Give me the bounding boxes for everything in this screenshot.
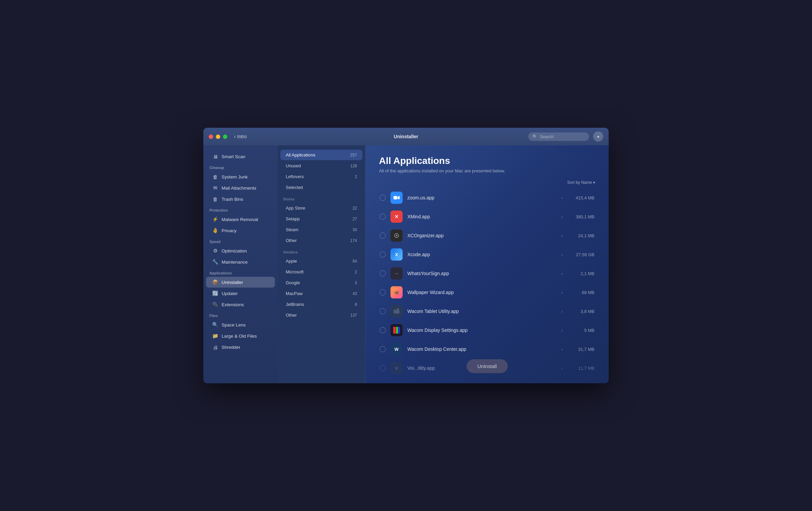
filter-google[interactable]: Google 3 — [280, 277, 362, 288]
svg-rect-15 — [394, 310, 399, 313]
app-row[interactable]: → WhatsYourSign.app › 2,1 MB — [376, 264, 599, 283]
app-checkbox[interactable] — [380, 270, 386, 276]
sidebar-item-privacy[interactable]: 🤚 Privacy — [206, 225, 275, 236]
svg-point-7 — [396, 235, 397, 236]
filter-steam[interactable]: Steam 34 — [280, 224, 362, 235]
filter-count: 64 — [353, 259, 357, 264]
titlebar-nav: ‹ Intro — [234, 133, 247, 140]
app-checkbox[interactable] — [380, 327, 386, 333]
app-size: 415,4 MB — [567, 195, 594, 200]
sidebar-item-system-junk[interactable]: 🗑 System Junk — [206, 171, 275, 182]
app-checkbox[interactable] — [380, 365, 386, 371]
app-icon — [390, 229, 403, 242]
sidebar-item-trash-bins[interactable]: 🗑 Trash Bins — [206, 194, 275, 204]
avatar-button[interactable]: ● — [593, 131, 603, 142]
filter-leftovers[interactable]: Leftovers 2 — [280, 171, 362, 182]
filter-macpaw[interactable]: MacPaw 43 — [280, 288, 362, 299]
sidebar-item-uninstaller[interactable]: 📦 Uninstaller — [206, 277, 275, 288]
app-row[interactable]: zoom.us.app › 415,4 MB — [376, 188, 599, 207]
app-checkbox[interactable] — [380, 251, 386, 258]
back-button[interactable]: ‹ Intro — [234, 133, 247, 140]
app-row[interactable]: ✕ XMind.app › 380,1 MB — [376, 207, 599, 226]
app-name: zoom.us.app — [407, 195, 557, 200]
app-checkbox[interactable] — [380, 289, 386, 295]
uninstaller-icon: 📦 — [212, 279, 218, 285]
sidebar-item-space-lens[interactable]: 🔍 Space Lens — [206, 319, 275, 330]
sidebar-section-cleanup: Cleanup — [203, 162, 278, 171]
filter-selected[interactable]: Selected — [280, 182, 362, 193]
sidebar-item-shredder[interactable]: 🖨 Shredder — [206, 342, 275, 352]
sidebar-item-mail-attachments[interactable]: ✉ Mail Attachments — [206, 182, 275, 193]
search-bar[interactable]: 🔍 — [528, 132, 589, 141]
main-content: 🖥 Smart Scan Cleanup 🗑 System Junk ✉ Mai… — [203, 145, 609, 383]
app-icon: → — [390, 267, 403, 279]
sidebar-section-applications: Applications — [203, 268, 278, 276]
app-row[interactable]: X Xcode.app › 27,59 GB — [376, 245, 599, 264]
sidebar-item-label: Optimization — [222, 248, 247, 253]
app-size: 68 MB — [567, 290, 594, 295]
sidebar-item-smart-scan[interactable]: 🖥 Smart Scan — [206, 151, 275, 162]
app-checkbox[interactable] — [380, 214, 386, 220]
sidebar-item-malware-removal[interactable]: ⚡ Malware Removal — [206, 214, 275, 225]
filter-jetbrains[interactable]: JetBrains 8 — [280, 299, 362, 310]
sidebar-item-label: Shredder — [222, 345, 240, 350]
sidebar-item-updater[interactable]: 🔄 Updater — [206, 288, 275, 299]
filter-all-applications[interactable]: All Applications 257 — [280, 150, 362, 160]
sidebar-item-label: Large & Old Files — [222, 334, 257, 339]
filter-label: Setapp — [286, 216, 300, 221]
filter-label: Other — [286, 238, 297, 243]
app-name: Wallpaper Wizard.app — [407, 290, 557, 295]
app-row[interactable]: Wacom Tablet Utility.app › 3,8 MB — [376, 302, 599, 321]
search-input[interactable] — [540, 134, 585, 139]
app-icon: X — [390, 248, 403, 261]
app-icon: V — [390, 362, 403, 374]
optimization-icon: ⚙ — [212, 248, 218, 254]
sidebar-item-label: Space Lens — [222, 322, 246, 327]
app-checkbox[interactable] — [380, 308, 386, 314]
sidebar-item-label: Uninstaller — [222, 280, 243, 285]
chevron-right-icon: › — [561, 347, 563, 352]
filter-other-stores[interactable]: Other 174 — [280, 235, 362, 246]
chevron-right-icon: › — [561, 290, 563, 295]
app-row[interactable]: 🦋 Wallpaper Wizard.app › 68 MB — [376, 283, 599, 302]
svg-rect-19 — [396, 327, 398, 334]
filter-label: Unused — [286, 163, 301, 168]
filter-label: Leftovers — [286, 174, 304, 179]
shredder-icon: 🖨 — [212, 344, 218, 350]
app-row[interactable]: XCOrganizer.app › 24,1 MB — [376, 226, 599, 245]
svg-text:W: W — [395, 347, 399, 352]
sidebar-item-optimization[interactable]: ⚙ Optimization — [206, 245, 275, 256]
app-row[interactable]: W Wacom Desktop Center.app › 31,7 MB — [376, 340, 599, 359]
app-checkbox[interactable] — [380, 195, 386, 201]
close-button[interactable] — [209, 135, 213, 139]
titlebar: ‹ Intro Uninstaller 🔍 ● — [203, 128, 609, 145]
sidebar-item-label: Extensions — [222, 302, 244, 307]
sidebar-item-extensions[interactable]: 🔌 Extensions — [206, 299, 275, 310]
filter-other-vendors[interactable]: Other 137 — [280, 310, 362, 320]
app-name: Wacom Tablet Utility.app — [407, 309, 557, 314]
filter-unused[interactable]: Unused 128 — [280, 161, 362, 171]
filter-microsoft[interactable]: Microsoft 2 — [280, 267, 362, 277]
app-row[interactable]: Wacom Display Settings.app › 5 MB — [376, 321, 599, 340]
filter-label: JetBrains — [286, 302, 304, 307]
sidebar-item-large-old[interactable]: 📁 Large & Old Files — [206, 331, 275, 341]
maximize-button[interactable] — [223, 135, 227, 139]
filter-setapp[interactable]: Setapp 27 — [280, 214, 362, 224]
window-title: Uninstaller — [394, 134, 418, 139]
sidebar-item-label: System Junk — [222, 174, 248, 179]
app-size: 380,1 MB — [567, 214, 594, 219]
minimize-button[interactable] — [216, 135, 220, 139]
sort-button[interactable]: Sort by Name ▾ — [567, 180, 595, 185]
sidebar-item-label: Smart Scan — [222, 154, 246, 159]
filter-count: 43 — [353, 291, 357, 296]
filter-apple[interactable]: Apple 64 — [280, 256, 362, 266]
app-checkbox[interactable] — [380, 346, 386, 352]
panel-header: All Applications All of the applications… — [365, 145, 609, 180]
sidebar-item-maintenance[interactable]: 🔧 Maintenance — [206, 257, 275, 267]
app-list: zoom.us.app › 415,4 MB ✕ XMind.app › — [365, 188, 609, 383]
app-checkbox[interactable] — [380, 233, 386, 239]
chevron-right-icon: › — [561, 252, 563, 257]
sort-bar: Sort by Name ▾ — [365, 180, 609, 188]
uninstall-button[interactable]: Uninstall — [466, 359, 508, 373]
filter-app-store[interactable]: App Store 22 — [280, 203, 362, 213]
